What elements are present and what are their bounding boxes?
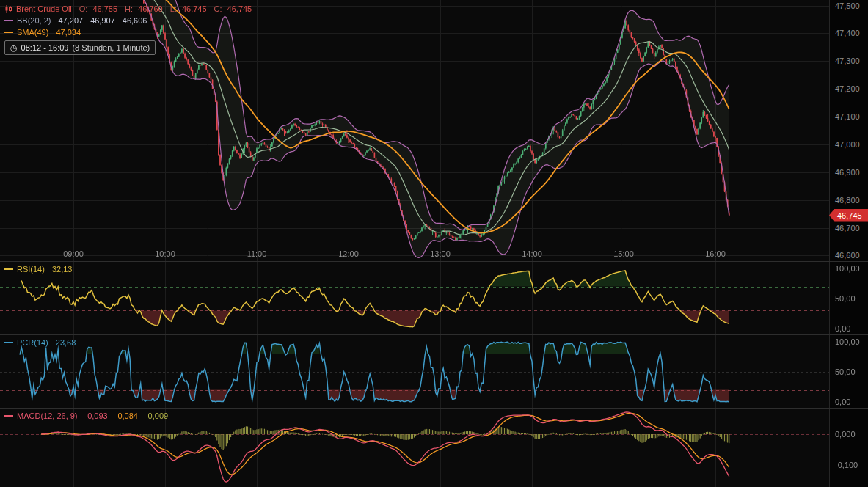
pcr-panel: 100,0050,000,00 PCR(14) 23,68	[0, 334, 868, 408]
instrument-legend[interactable]: Brent Crude Oil O:46,755 H:46,760 L:46,7…	[4, 3, 252, 15]
sma-label: SMA(49)	[17, 26, 48, 38]
macd-label: MACD(12, 26, 9)	[17, 411, 78, 421]
low-value: 46,745	[182, 3, 207, 15]
time-tick: 13:00	[430, 249, 451, 258]
pcr-chart-canvas[interactable]	[0, 335, 829, 408]
time-tick: 09:00	[63, 249, 84, 258]
axis-tick: 0,00	[835, 398, 850, 406]
bollinger-label: BB(20, 2)	[17, 15, 51, 26]
bollinger-lower-value: 46,606	[123, 15, 147, 26]
time-tick: 16:00	[705, 249, 726, 258]
macd-value: -0,093	[85, 411, 108, 421]
bollinger-swatch-icon	[4, 20, 13, 21]
axis-tick: 0,00	[835, 324, 850, 333]
price-tick: 47,500	[835, 1, 860, 10]
session-detail: (8 Stunden, 1 Minute)	[72, 42, 150, 54]
axis-tick: 0,000	[835, 430, 856, 439]
macd-hist-value: -0,009	[145, 411, 168, 421]
low-label: L:	[170, 3, 177, 15]
time-tick: 15:00	[613, 249, 634, 258]
rsi-swatch-icon	[4, 268, 13, 270]
session-chip: ◷ 08:12 - 16:09 (8 Stunden, 1 Minute)	[4, 40, 156, 55]
close-value: 46,745	[227, 3, 252, 15]
price-panel: 47,50047,40047,30047,20047,10047,00046,9…	[0, 0, 868, 261]
last-price-value: 46,745	[837, 211, 862, 220]
candlestick-icon	[4, 5, 12, 13]
rsi-axis[interactable]: 100,0050,000,00	[829, 262, 868, 334]
open-value: 46,755	[92, 3, 117, 15]
open-label: O:	[79, 3, 88, 15]
rsi-label: RSI(14)	[17, 264, 45, 274]
rsi-chart-canvas[interactable]	[0, 262, 829, 334]
price-tick: 46,700	[835, 224, 860, 232]
time-tick: 11:00	[247, 249, 267, 258]
price-tick: 46,600	[835, 251, 860, 260]
session-range: 08:12 - 16:09	[21, 42, 69, 54]
trading-chart-app: 47,50047,40047,30047,20047,10047,00046,9…	[0, 0, 868, 487]
high-value: 46,760	[138, 3, 163, 15]
axis-tick: 100,00	[835, 337, 860, 346]
clock-icon: ◷	[10, 42, 18, 54]
axis-tick: 50,00	[835, 294, 856, 303]
close-label: C:	[214, 3, 222, 15]
last-price-tag: 46,745	[829, 209, 868, 222]
rsi-legend[interactable]: RSI(14) 32,13	[4, 264, 72, 274]
time-tick: 10:00	[155, 249, 175, 258]
price-tick: 46,800	[835, 196, 860, 205]
sma-value: 47,034	[56, 26, 81, 38]
axis-tick: 50,00	[835, 367, 856, 376]
macd-legend[interactable]: MACD(12, 26, 9) -0,093 -0,084 -0,009	[4, 411, 168, 421]
sma-swatch-icon	[4, 32, 13, 33]
time-tick: 14:00	[522, 249, 542, 258]
instrument-name: Brent Crude Oil	[16, 3, 72, 15]
price-tick: 47,000	[835, 140, 860, 149]
sma-legend[interactable]: SMA(49) 47,034	[4, 26, 252, 38]
rsi-value: 32,13	[52, 264, 73, 274]
time-tick: 12:00	[338, 249, 359, 258]
pcr-legend[interactable]: PCR(14) 23,68	[4, 337, 76, 348]
axis-tick: -0,100	[835, 461, 858, 469]
price-tick: 47,300	[835, 56, 860, 65]
bollinger-middle-value: 46,907	[90, 15, 115, 26]
chart-legend: Brent Crude Oil O:46,755 H:46,760 L:46,7…	[4, 3, 252, 55]
pcr-swatch-icon	[4, 342, 13, 343]
rsi-panel: 100,0050,000,00 RSI(14) 32,13	[0, 261, 868, 334]
bollinger-upper-value: 47,207	[58, 15, 83, 26]
macd-swatch-icon	[4, 415, 13, 417]
time-axis: 09:0010:0011:0012:0013:0014:0015:0016:00	[0, 249, 829, 259]
axis-tick: 100,00	[835, 264, 860, 273]
price-tick: 47,200	[835, 84, 860, 93]
macd-signal-value: -0,084	[115, 411, 138, 421]
pcr-value: 23,68	[56, 337, 76, 348]
price-axis[interactable]: 47,50047,40047,30047,20047,10047,00046,9…	[829, 0, 868, 261]
pcr-axis[interactable]: 100,0050,000,00	[829, 335, 868, 408]
macd-panel: 0,000-0,100 MACD(12, 26, 9) -0,093 -0,08…	[0, 408, 868, 487]
price-tick: 47,100	[835, 112, 860, 121]
macd-axis[interactable]: 0,000-0,100	[829, 409, 868, 487]
price-tick: 47,400	[835, 29, 860, 37]
bollinger-legend[interactable]: BB(20, 2) 47,207 46,907 46,606	[4, 15, 252, 26]
pcr-label: PCR(14)	[17, 337, 48, 348]
price-tick: 46,900	[835, 168, 860, 177]
high-label: H:	[125, 3, 133, 15]
